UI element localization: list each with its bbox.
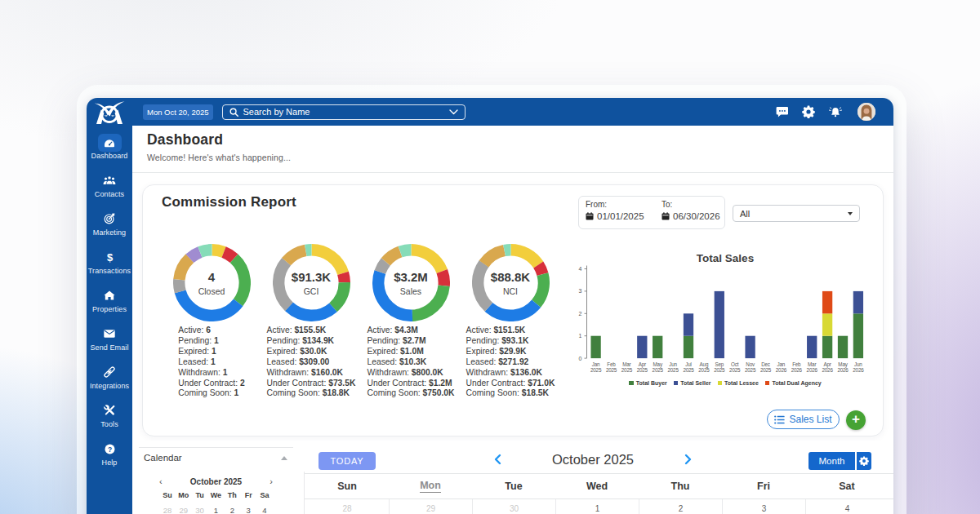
- calendar-section: Calendar ‹ October 2025 › SuMoTuWeThFrSa…: [132, 441, 893, 514]
- add-button[interactable]: +: [846, 410, 866, 430]
- calendar-date-cell[interactable]: 1: [555, 499, 639, 514]
- search-input[interactable]: Search by Name: [222, 104, 466, 120]
- legend-item: Total Lessee: [718, 380, 759, 386]
- app-window: DashboardContactsMarketing$TransactionsP…: [77, 85, 906, 514]
- sales-list-button[interactable]: Sales List: [767, 410, 840, 429]
- total-sales-chart: 01234Jan2025Feb2025Mar2025Apr2025May2025…: [567, 264, 877, 378]
- mini-date-cell[interactable]: 1: [208, 506, 225, 514]
- stat-row: Under Contract: $1.2M: [367, 379, 454, 389]
- stat-row: Under Contract: $71.0K: [466, 379, 555, 389]
- svg-text:Aug2025: Aug2025: [698, 361, 710, 374]
- svg-text:Dec2025: Dec2025: [760, 361, 772, 374]
- weekday-header-mon: Mon: [389, 474, 472, 498]
- legend-swatch: [674, 381, 679, 386]
- email-envelope-icon: [87, 324, 132, 343]
- calendar-date-row: 2829301234: [305, 499, 889, 514]
- stat-row: Leased: 1: [178, 357, 244, 368]
- legend-swatch: [629, 381, 634, 386]
- mini-date-cell[interactable]: 29: [176, 506, 192, 514]
- commission-report-title: Commission Report: [162, 194, 296, 210]
- calendar-date-cell[interactable]: 28: [305, 499, 389, 514]
- dashboard-gauge-icon: [87, 132, 132, 152]
- svg-text:May2025: May2025: [653, 361, 664, 374]
- plus-icon: +: [852, 411, 860, 428]
- donut-value: $88.8K: [491, 270, 530, 284]
- date-to-field[interactable]: To: 06/30/2026: [662, 200, 720, 221]
- to-label: To:: [662, 200, 720, 209]
- main-content: Dashboard Welcome! Here's what's happeni…: [132, 126, 893, 514]
- search-placeholder: Search by Name: [243, 107, 449, 117]
- calendar-icon: [586, 212, 594, 220]
- page-header: Dashboard Welcome! Here's what's happeni…: [132, 126, 893, 173]
- search-chevron-icon[interactable]: [449, 109, 458, 115]
- sidebar-item-help[interactable]: ?Help: [87, 439, 132, 467]
- total-sales-title: Total Sales: [595, 252, 856, 264]
- stat-row: Leased: $309.00: [267, 357, 356, 368]
- mini-date-cell[interactable]: 28: [159, 506, 176, 514]
- tools-wrench-icon: [87, 401, 132, 420]
- mini-date-cell[interactable]: 4: [256, 506, 273, 514]
- next-month-chevron[interactable]: [684, 454, 693, 465]
- collapse-triangle-icon[interactable]: [281, 456, 287, 460]
- sidebar-item-label: Integrations: [87, 382, 132, 390]
- sidebar-item-integrations[interactable]: Integrations: [87, 362, 132, 390]
- date-from-field[interactable]: From: 01/01/2025: [586, 200, 644, 221]
- svg-text:Jan2025: Jan2025: [590, 361, 602, 374]
- mini-day-header: Th: [224, 491, 240, 499]
- properties-home-icon: [87, 286, 132, 305]
- weekday-header-wed: Wed: [555, 474, 639, 498]
- to-value: 06/30/2026: [673, 211, 720, 221]
- bell-icon[interactable]: [829, 105, 842, 118]
- svg-text:Jun2025: Jun2025: [667, 361, 679, 374]
- gear-icon[interactable]: [802, 105, 815, 118]
- mini-date-cell[interactable]: 3: [240, 506, 256, 514]
- legend-label: Total Seller: [680, 380, 710, 386]
- calendar-settings-button[interactable]: [857, 452, 871, 470]
- from-value: 01/01/2025: [597, 211, 644, 221]
- mini-date-cell[interactable]: 30: [192, 506, 208, 514]
- sidebar-item-contacts[interactable]: Contacts: [87, 171, 132, 198]
- sidebar-item-transactions[interactable]: $Transactions: [87, 247, 132, 275]
- marketing-bullseye-icon: [87, 209, 132, 228]
- svg-text:Apr2026: Apr2026: [822, 361, 833, 374]
- sales-list-label: Sales List: [789, 414, 831, 425]
- sidebar-item-tools[interactable]: Tools: [87, 401, 132, 428]
- legend-label: Total Lessee: [724, 380, 759, 386]
- sidebar-item-properties[interactable]: Properties: [87, 286, 132, 313]
- sidebar-item-send-email[interactable]: Send Email: [87, 324, 132, 352]
- legend-item: Total Buyer: [629, 380, 667, 386]
- svg-text:Apr2025: Apr2025: [637, 361, 648, 374]
- calendar-date-cell[interactable]: 2: [639, 499, 722, 514]
- mini-day-header: Sa: [256, 491, 273, 499]
- sidebar-item-marketing[interactable]: Marketing: [87, 209, 132, 237]
- mini-date-cell[interactable]: 2: [224, 506, 240, 514]
- agent-filter-select[interactable]: All: [733, 205, 860, 222]
- svg-text:Nov2025: Nov2025: [745, 361, 756, 374]
- svg-text:Feb2026: Feb2026: [791, 361, 803, 374]
- month-view-button[interactable]: Month: [808, 452, 855, 470]
- current-date-chip[interactable]: Mon Oct 20, 2025: [143, 104, 213, 120]
- stat-row: Leased: $271.92: [466, 357, 555, 368]
- mini-day-header: Fr: [240, 491, 256, 499]
- stat-row: Withdrawn: 1: [178, 368, 244, 379]
- mini-prev-month-button[interactable]: ‹: [159, 476, 171, 486]
- user-avatar[interactable]: [858, 103, 875, 121]
- transactions-dollar-icon: $: [87, 247, 132, 267]
- weekday-header-thu: Thu: [639, 474, 722, 498]
- sidebar-item-label: Properties: [87, 305, 132, 313]
- svg-text:$: $: [106, 251, 113, 263]
- chat-icon[interactable]: [775, 105, 788, 118]
- stat-row: Pending: $134.9K: [267, 336, 356, 347]
- commission-report-card: Commission Report From: 01/01/2025 To:: [142, 184, 884, 436]
- from-label: From:: [586, 200, 644, 209]
- calendar-date-cell[interactable]: 3: [722, 499, 805, 514]
- sidebar-item-dashboard[interactable]: Dashboard: [87, 132, 132, 160]
- agent-filter-value: All: [740, 209, 750, 219]
- stat-row: Expired: 1: [178, 347, 244, 357]
- calendar-date-cell[interactable]: 29: [389, 499, 472, 514]
- calendar-date-cell[interactable]: 4: [805, 499, 889, 514]
- calendar-date-cell[interactable]: 30: [472, 499, 555, 514]
- mini-next-month-button[interactable]: ›: [261, 476, 273, 486]
- donut-value: 4: [208, 270, 215, 284]
- svg-text:Feb2025: Feb2025: [606, 361, 617, 374]
